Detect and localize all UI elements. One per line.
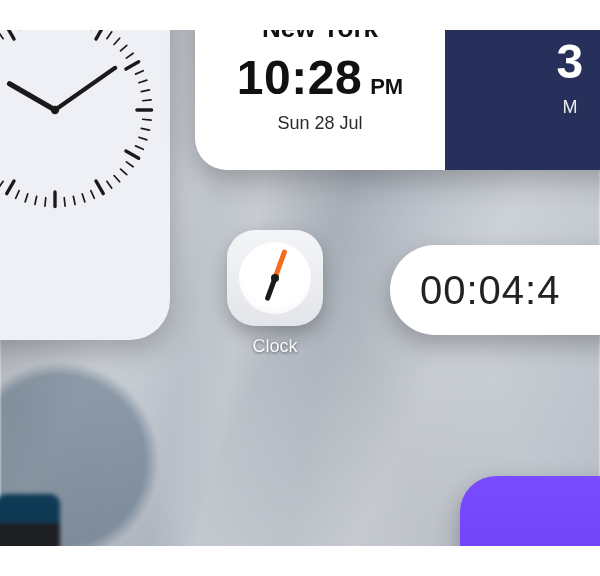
svg-line-14 [143,100,151,101]
timer-widget[interactable]: 00:04:4 [390,245,600,335]
svg-line-22 [121,169,127,175]
svg-line-23 [114,176,120,182]
svg-line-7 [114,38,120,44]
time-value: 10:28 [237,50,362,105]
svg-line-21 [126,162,133,167]
clock-face-icon [239,242,311,314]
svg-line-25 [96,181,103,194]
letterbox-bottom [0,546,600,576]
svg-line-20 [126,151,139,158]
analog-clock-widget[interactable] [0,0,170,340]
svg-line-29 [64,198,65,206]
analog-clock-icon [0,5,160,215]
svg-line-61 [55,68,115,110]
svg-line-6 [107,32,112,39]
time-row: 3 [556,34,583,89]
svg-line-12 [139,80,147,83]
letterbox-top [0,0,600,30]
svg-line-26 [91,191,94,199]
clock-app-label: Clock [220,336,330,357]
svg-line-24 [107,181,112,188]
svg-line-16 [143,119,151,120]
clock-app[interactable]: Clock [220,230,330,357]
svg-line-8 [121,45,127,51]
svg-line-13 [141,90,149,92]
date-label-partial: M [563,97,578,118]
svg-line-28 [73,196,75,204]
svg-line-54 [0,32,3,39]
svg-line-19 [136,146,144,149]
svg-line-33 [25,194,28,202]
svg-line-17 [141,128,149,130]
clock-app-icon[interactable] [227,230,323,326]
svg-line-11 [136,71,144,74]
time-ampm: PM [370,74,403,100]
svg-line-27 [82,194,85,202]
time-row: 10:28 PM [237,50,403,105]
timer-value: 00:04:4 [420,268,560,313]
svg-point-62 [51,106,59,114]
clock-pivot-icon [271,274,279,282]
date-label: Sun 28 Jul [277,113,362,134]
svg-line-18 [139,137,147,140]
svg-line-35 [7,181,14,194]
svg-line-10 [126,62,139,69]
svg-line-60 [10,84,55,110]
svg-line-32 [35,196,37,204]
svg-line-34 [16,191,19,199]
svg-line-31 [45,198,46,206]
time-value-partial: 3 [556,34,583,89]
svg-line-36 [0,181,3,188]
svg-line-9 [126,53,133,58]
